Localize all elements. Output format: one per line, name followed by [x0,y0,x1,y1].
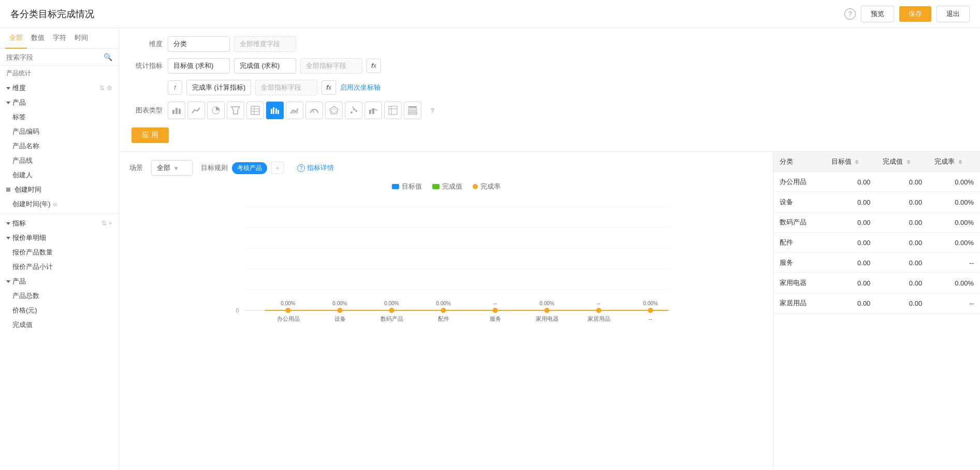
chart-btn-scatter[interactable] [345,102,362,119]
cell-complete: 0.00 [876,293,928,314]
fx-button-2[interactable]: fx [321,80,336,95]
calc-field: f 完成率 (计算指标) 全部指标字段 fx 启用次坐标轴 [168,80,968,95]
dimension-row: 维度 分类 全部维度字段 [131,36,968,52]
dimension-group-actions: ⇅ ⚙ [99,84,112,92]
cell-target: 0.00 [825,253,877,273]
metric2-value[interactable]: 完成值 (求和) [234,58,296,74]
sort-target[interactable] [855,160,859,164]
sidebar-item-product-code[interactable]: 产品编码 [0,124,119,139]
svg-rect-11 [275,108,277,114]
chart-type-help[interactable]: ? [423,102,441,119]
chart-btn-pivot[interactable] [384,102,402,119]
indicator-add-icon[interactable]: + [109,220,112,227]
svg-rect-0 [172,110,174,114]
legend-target: 目标值 [392,182,422,191]
product-indicator-subgroup: 产品 产品总数 价格(元) 完成值 [0,274,119,332]
sidebar-item-price[interactable]: 价格(元) [0,303,119,318]
indicator-group-actions: ⇅ + [101,220,112,227]
svg-text:0.00%: 0.00% [384,301,399,306]
chart-btn-grouped-bar[interactable] [266,102,284,119]
detail-link-text: 指标详情 [307,163,334,173]
tab-char[interactable]: 字符 [49,28,70,49]
table-row: 办公用品 0.00 0.00 0.00% [773,172,980,192]
svg-rect-10 [273,107,274,114]
chart-btn-bar[interactable] [168,102,185,119]
indicator-sort-icon[interactable]: ⇅ [101,220,107,227]
svg-point-52 [596,308,602,313]
tab-all[interactable]: 全部 [5,28,27,49]
dimension-sort-icon[interactable]: ⇅ [99,84,105,92]
sidebar-item-complete-value[interactable]: 完成值 [0,318,119,332]
chart-btn-list[interactable] [404,102,421,119]
product-subgroup-header[interactable]: 产品 [0,95,119,110]
preview-button[interactable]: 预览 [861,6,894,22]
sidebar-search-bar: 🔍 [0,49,119,66]
sidebar-item-quote-subtotal[interactable]: 报价产品小计 [0,260,119,274]
sidebar-item-label[interactable]: 标签 [0,110,119,124]
chart-btn-radar[interactable] [325,102,343,119]
product-indicator-header[interactable]: 产品 [0,274,119,289]
scene-select[interactable]: 全部 ▾ [151,160,193,176]
svg-text:0: 0 [236,307,239,314]
detail-link[interactable]: ? 指标详情 [297,163,334,173]
dimension-label: 维度 [131,39,163,49]
dimension-placeholder[interactable]: 全部维度字段 [234,36,296,52]
chart-btn-line[interactable] [187,102,205,119]
search-input[interactable] [6,53,104,61]
chart-btn-table[interactable] [246,102,264,119]
sort-complete[interactable] [906,160,911,164]
chart-btn-funnel[interactable] [227,102,244,119]
metric1-value[interactable]: 目标值 (求和) [168,58,230,74]
secondary-axis-link[interactable]: 启用次坐标轴 [340,83,381,92]
svg-point-19 [355,110,357,112]
svg-rect-29 [408,113,417,115]
chart-types: ? [168,102,441,119]
svg-text:0.00%: 0.00% [539,301,554,306]
cell-complete: 0.00 [876,233,928,253]
chart-btn-pie[interactable] [207,102,225,119]
chart-btn-gauge[interactable] [305,102,323,119]
tab-number[interactable]: 数值 [27,28,49,49]
sort-rate[interactable] [958,160,962,164]
create-time-header[interactable]: 创建时间 [0,182,119,197]
calc-value[interactable]: 完成率 (计算指标) [186,80,251,95]
legend-rate-color [473,184,478,189]
indicator-group-header[interactable]: 指标 ⇅ + [0,216,119,231]
apply-button[interactable]: 应 用 [131,127,169,143]
sidebar-item-quote-count[interactable]: 报价产品数量 [0,245,119,260]
sidebar-item-product-line[interactable]: 产品线 [0,153,119,168]
svg-text:服务: 服务 [490,316,501,322]
dimension-value[interactable]: 分类 [168,36,230,52]
chart-btn-combo[interactable] [364,102,382,119]
sidebar-tabs: 全部 数值 字符 时间 [0,28,119,49]
save-button[interactable]: 保存 [899,6,931,22]
product-group-label: 产品 [6,98,26,107]
sort-down-icon [906,162,911,164]
metric-placeholder[interactable]: 全部指标字段 [300,58,362,74]
legend-rate-label: 完成率 [480,182,501,191]
help-icon[interactable]: ? [844,8,856,20]
sort-up-icon [958,160,962,162]
exit-button[interactable]: 退出 [937,6,970,22]
dimension-group-header[interactable]: 维度 ⇅ ⚙ [0,81,119,95]
sidebar-item-creator[interactable]: 创建人 [0,168,119,182]
sidebar-item-create-year[interactable]: 创建时间(年) ⊞ [0,197,119,211]
svg-point-46 [286,308,291,313]
fx-button-1[interactable]: fx [367,59,381,73]
sidebar-item-total-products[interactable]: 产品总数 [0,289,119,303]
data-table: 分类 目标值 完成值 [773,152,980,470]
svg-marker-16 [331,108,337,113]
chart-btn-area[interactable] [286,102,303,119]
tab-time[interactable]: 时间 [70,28,92,49]
cell-rate: 0.00% [928,192,980,212]
calc-placeholder[interactable]: 全部指标字段 [255,80,317,95]
sidebar-item-product-name[interactable]: 产品名称 [0,139,119,153]
dimension-settings-icon[interactable]: ⚙ [107,84,112,92]
target-add-button[interactable]: + [271,162,284,174]
dot-icon [6,188,10,192]
calc-fx-prefix[interactable]: f [168,80,182,95]
cell-rate: 0.00% [928,212,980,233]
chart-area: 场景 全部 ▾ 目标规则 考核产品 + [119,152,980,470]
target-tag[interactable]: 考核产品 [232,162,267,174]
quote-detail-header[interactable]: 报价单明细 [0,231,119,245]
